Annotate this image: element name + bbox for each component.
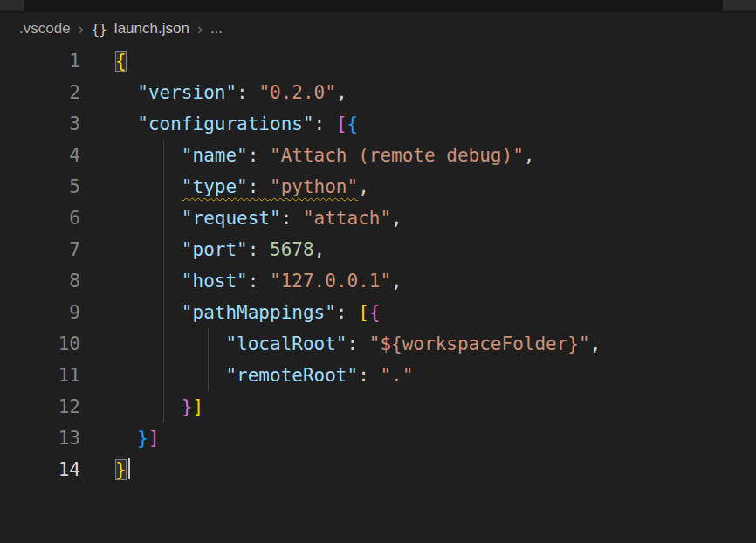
code-line[interactable]: { xyxy=(115,45,756,77)
code-token: "pathMappings" xyxy=(182,302,336,323)
line-number[interactable]: 1 xyxy=(0,45,80,77)
code-token: [ xyxy=(358,302,369,323)
code-line[interactable]: "configurations": [{ xyxy=(115,108,756,140)
line-number[interactable]: 3 xyxy=(0,108,80,140)
code-token: } xyxy=(137,428,148,449)
code-line[interactable]: "version": "0.2.0", xyxy=(115,77,756,108)
code-token: , xyxy=(524,145,535,166)
chevron-right-icon: › xyxy=(197,21,203,37)
code-token: , xyxy=(358,176,369,197)
code-line[interactable]: }] xyxy=(115,423,756,454)
line-number[interactable]: 8 xyxy=(0,265,80,297)
code-line[interactable]: } xyxy=(115,454,756,485)
code-token: { xyxy=(115,51,127,72)
code-token: "type" xyxy=(182,176,248,197)
code-token: : xyxy=(314,113,336,134)
line-number[interactable]: 7 xyxy=(0,234,80,265)
indent-guide xyxy=(163,140,164,423)
code-token: : xyxy=(248,176,270,197)
code-token: "python" xyxy=(270,176,358,197)
code-token: : xyxy=(347,333,369,354)
warning-squiggle: "type": "python" xyxy=(182,176,358,197)
code-line[interactable]: "pathMappings": [{ xyxy=(115,297,756,328)
code-token: , xyxy=(314,239,326,260)
code-line[interactable]: "localRoot": "${workspaceFolder}", xyxy=(115,328,756,360)
breadcrumb-symbol[interactable]: ... xyxy=(210,20,223,38)
code-token: "request" xyxy=(182,208,281,229)
code-token: : xyxy=(281,208,303,229)
vscode-window: .vscode › {} launch.json › ... 123456789… xyxy=(0,0,756,543)
code-token: "configurations" xyxy=(137,113,313,134)
code-area[interactable]: {"version": "0.2.0","configurations": [{… xyxy=(115,45,756,485)
code-token: "." xyxy=(380,365,413,386)
line-number[interactable]: 5 xyxy=(0,171,80,203)
line-number[interactable]: 12 xyxy=(0,391,80,423)
code-line[interactable]: "port": 5678, xyxy=(115,234,756,265)
line-number[interactable]: 9 xyxy=(0,297,80,328)
code-token: : xyxy=(248,239,270,260)
code-line[interactable]: "host": "127.0.0.1", xyxy=(115,265,756,297)
breadcrumb-folder[interactable]: .vscode xyxy=(19,20,71,38)
line-number[interactable]: 13 xyxy=(0,423,80,454)
code-token: [ xyxy=(336,113,347,134)
code-token: { xyxy=(369,302,381,323)
code-token: "version" xyxy=(137,82,237,103)
code-token: : xyxy=(336,302,358,323)
line-number[interactable]: 14 xyxy=(0,454,80,485)
code-token: } xyxy=(115,459,127,480)
code-token: "remoteRoot" xyxy=(225,365,358,386)
code-line[interactable]: "name": "Attach (remote debug)", xyxy=(115,140,756,171)
code-token: , xyxy=(336,82,347,103)
code-token: ] xyxy=(148,428,160,449)
chevron-right-icon: › xyxy=(79,21,84,37)
indent-guide-active xyxy=(120,77,120,454)
code-token: : xyxy=(358,365,380,386)
code-token: : xyxy=(248,271,270,292)
code-token: : xyxy=(237,82,258,103)
code-token: "Attach (remote debug)" xyxy=(270,145,524,166)
text-cursor xyxy=(128,458,130,479)
tab-strip-left-segment xyxy=(0,0,24,11)
tab-bar-strip xyxy=(0,0,756,12)
code-token: "localRoot" xyxy=(225,333,347,354)
code-line[interactable]: "remoteRoot": "." xyxy=(115,360,756,391)
code-token: } xyxy=(182,396,193,417)
indent-guide xyxy=(208,328,209,391)
code-line[interactable]: }] xyxy=(115,391,756,423)
line-number[interactable]: 10 xyxy=(0,328,80,360)
line-number[interactable]: 11 xyxy=(0,360,80,391)
code-token: , xyxy=(391,271,402,292)
code-line[interactable]: "request": "attach", xyxy=(115,203,756,234)
editor[interactable]: 1234567891011121314 {"version": "0.2.0",… xyxy=(0,45,756,485)
code-token: "name" xyxy=(182,145,248,166)
gutter[interactable]: 1234567891011121314 xyxy=(0,45,80,485)
code-token: "port" xyxy=(182,239,248,260)
code-token: "127.0.0.1" xyxy=(270,271,391,292)
tab-strip-right-segment xyxy=(723,0,756,11)
line-number[interactable]: 4 xyxy=(0,140,80,171)
code-token: "host" xyxy=(182,271,248,292)
code-line[interactable]: "type": "python", xyxy=(115,171,756,203)
code-token: "attach" xyxy=(303,208,391,229)
code-token: { xyxy=(347,113,359,134)
code-token: , xyxy=(590,333,601,354)
code-token: ] xyxy=(193,396,204,417)
code-token: "0.2.0" xyxy=(258,82,336,103)
line-number[interactable]: 2 xyxy=(0,77,80,108)
breadcrumb: .vscode › {} launch.json › ... xyxy=(0,12,756,45)
json-file-icon: {} xyxy=(92,21,107,38)
breadcrumb-file[interactable]: launch.json xyxy=(114,20,189,38)
line-number[interactable]: 6 xyxy=(0,203,80,234)
code-token: , xyxy=(391,208,402,229)
code-token: "${workspaceFolder}" xyxy=(369,333,590,354)
code-token: : xyxy=(248,145,270,166)
code-token: 5678 xyxy=(270,239,314,260)
